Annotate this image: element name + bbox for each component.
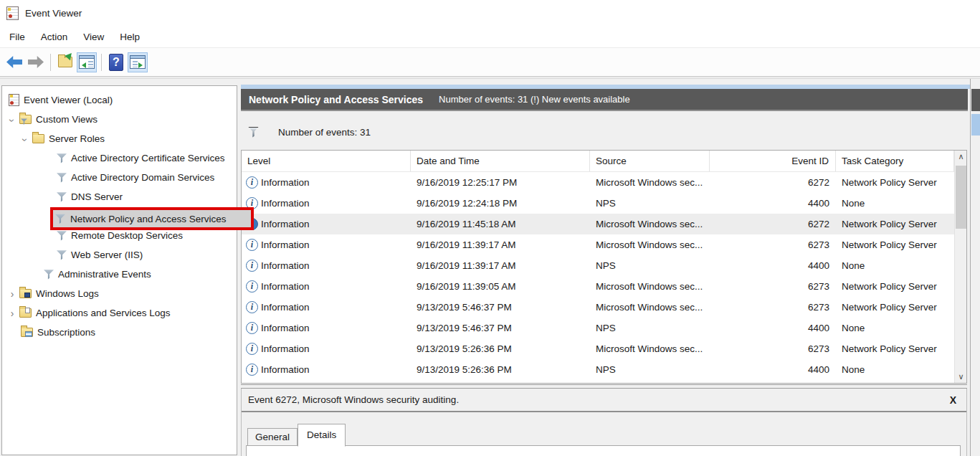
chevron-right-icon[interactable]: › <box>6 308 18 319</box>
tree-item-label: Active Directory Certificate Services <box>71 153 225 163</box>
cell-task-category: None <box>836 323 954 333</box>
scroll-down-button[interactable]: ∨ <box>955 371 967 383</box>
cell-level: iInformation <box>242 218 411 230</box>
cell-event-id: 6273 <box>710 343 836 354</box>
event-row[interactable]: iInformation9/16/2019 11:39:17 AMMicroso… <box>242 234 966 255</box>
back-button[interactable] <box>4 52 24 72</box>
event-count-label: Number of events: 31 <box>278 127 371 138</box>
folder-export-icon <box>58 57 72 67</box>
cell-level: iInformation <box>242 260 411 272</box>
tree-item-network-policy-and-access-services[interactable]: Network Policy and Access Services <box>50 207 254 230</box>
tree-item-label: Network Policy and Access Services <box>70 214 227 224</box>
event-row[interactable]: iInformation9/13/2019 5:46:37 PMNPS4400N… <box>242 318 966 338</box>
cell-source: Microsoft Windows sec... <box>590 219 710 229</box>
column-header-event-id[interactable]: Event ID <box>710 151 836 171</box>
event-row[interactable]: iInformation9/16/2019 11:45:18 AMMicroso… <box>242 214 966 234</box>
menu-view[interactable]: View <box>75 29 112 45</box>
level-cell: Information <box>261 343 310 354</box>
cell-date-time: 9/16/2019 11:39:17 AM <box>411 260 590 271</box>
tree-item-label: Web Server (IIS) <box>71 250 143 260</box>
chevron-right-icon[interactable]: › <box>6 288 18 300</box>
cell-task-category: Network Policy Server <box>836 177 954 188</box>
event-viewer-icon <box>6 6 19 20</box>
chevron-down-icon[interactable]: › <box>19 134 31 146</box>
event-row[interactable]: iInformation9/16/2019 11:39:05 AMMicroso… <box>242 276 966 297</box>
preview-header: Event 6272, Microsoft Windows security a… <box>242 389 966 412</box>
tree-item[interactable]: Active Directory Certificate Services <box>2 148 237 168</box>
tree-item-label: Server Roles <box>49 133 105 144</box>
tree-item[interactable]: Active Directory Domain Services <box>2 168 237 187</box>
menu-action[interactable]: Action <box>33 29 76 45</box>
back-arrow-icon <box>6 56 22 68</box>
filter-icon <box>57 173 67 183</box>
information-icon: i <box>246 322 258 334</box>
column-header-level[interactable]: Level <box>242 151 411 171</box>
actions-pane-selected-item[interactable] <box>971 114 980 136</box>
cell-level: iInformation <box>242 364 411 376</box>
cell-source: NPS <box>590 260 710 271</box>
cell-source: NPS <box>590 198 710 209</box>
event-viewer-icon <box>9 94 19 106</box>
help-button[interactable]: ? <box>106 52 126 72</box>
scroll-up-button[interactable]: ∧ <box>955 151 967 163</box>
tree-item[interactable]: ›Applications and Services Logs <box>2 303 237 323</box>
cell-date-time: 9/13/2019 5:26:36 PM <box>411 343 590 354</box>
show-console-tree-button[interactable] <box>77 52 97 72</box>
cell-task-category: None <box>836 364 954 375</box>
event-row[interactable]: iInformation9/13/2019 5:26:36 PMNPS4400N… <box>242 359 966 380</box>
menu-file[interactable]: File <box>1 29 33 45</box>
filter-icon <box>55 214 65 224</box>
cell-event-id: 6272 <box>710 177 836 188</box>
tree-item[interactable]: Event Viewer (Local) <box>2 90 237 110</box>
menu-help[interactable]: Help <box>112 29 148 45</box>
tree-item[interactable]: Web Server (IIS) <box>2 245 237 265</box>
level-cell: Information <box>261 177 310 188</box>
event-row[interactable]: iInformation9/13/2019 5:46:37 PMMicrosof… <box>242 297 966 318</box>
forward-button[interactable] <box>26 52 46 72</box>
filter-icon <box>57 231 67 241</box>
tree-item[interactable]: Subscriptions <box>2 323 237 342</box>
tree-item[interactable]: DNS Server <box>2 187 237 206</box>
folder-icon <box>19 308 32 318</box>
event-row[interactable]: iInformation9/16/2019 12:24:18 PMNPS4400… <box>242 193 966 214</box>
cell-event-id: 6272 <box>710 219 836 229</box>
tree-item[interactable]: ›Windows Logs <box>2 284 237 303</box>
cell-event-id: 6273 <box>710 281 836 292</box>
level-cell: Information <box>261 239 310 250</box>
level-cell: Information <box>261 198 310 209</box>
tree-item[interactable]: ›Server Roles <box>2 129 237 148</box>
information-icon: i <box>246 239 258 251</box>
column-header-date-and-time[interactable]: Date and Time <box>411 151 590 171</box>
vertical-scrollbar[interactable]: ∧ ∨ <box>954 151 966 383</box>
cell-source: Microsoft Windows sec... <box>590 177 710 188</box>
show-action-pane-button[interactable] <box>128 52 148 72</box>
folder-icon <box>32 134 44 143</box>
information-icon: i <box>246 343 258 355</box>
folder-icon <box>19 115 32 124</box>
tab-details[interactable]: Details <box>298 424 346 447</box>
actions-pane-sliver <box>970 79 980 456</box>
close-icon[interactable]: X <box>950 394 956 406</box>
level-cell: Information <box>261 302 310 313</box>
cell-source: Microsoft Windows sec... <box>590 343 710 354</box>
tree-item-label: Applications and Services Logs <box>36 308 171 318</box>
event-row[interactable]: iInformation9/13/2019 5:26:36 PMMicrosof… <box>242 338 966 359</box>
menu-bar: File Action View Help <box>0 26 980 48</box>
table-body: iInformation9/16/2019 12:25:17 PMMicroso… <box>242 172 966 380</box>
event-row[interactable]: iInformation9/16/2019 11:39:17 AMNPS4400… <box>242 255 966 276</box>
cell-event-id: 4400 <box>710 260 836 271</box>
chevron-down-icon[interactable]: › <box>6 115 18 126</box>
column-header-task-category[interactable]: Task Category <box>836 151 954 171</box>
filter-icon <box>57 192 67 202</box>
event-row[interactable]: iInformation9/16/2019 12:25:17 PMMicroso… <box>242 172 966 193</box>
tree-item-label: Remote Desktop Services <box>71 230 183 241</box>
cell-date-time: 9/13/2019 5:46:37 PM <box>411 302 590 313</box>
column-header-source[interactable]: Source <box>590 151 710 171</box>
cell-task-category: Network Policy Server <box>836 219 954 229</box>
scrollbar-thumb[interactable] <box>956 166 966 229</box>
cell-date-time: 9/16/2019 11:39:17 AM <box>411 239 590 250</box>
tab-general[interactable]: General <box>247 428 298 446</box>
tree-item[interactable]: Administrative Events <box>2 265 237 284</box>
tree-item[interactable]: ›Custom Views <box>2 110 237 129</box>
export-button[interactable] <box>55 52 75 72</box>
